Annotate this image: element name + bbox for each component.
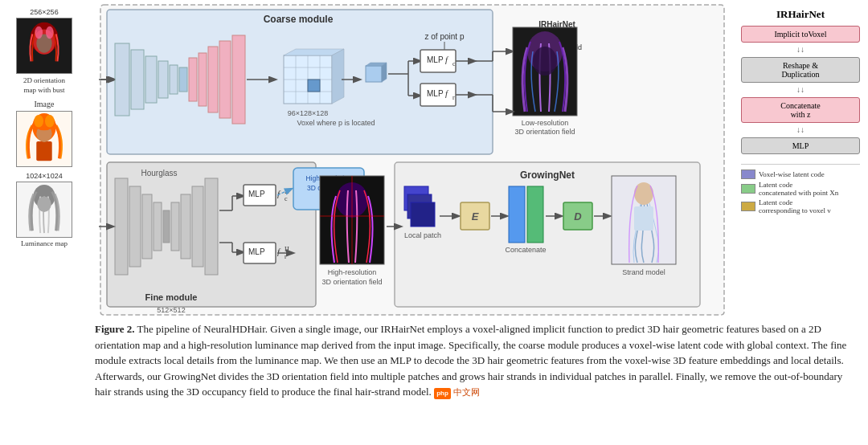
- input-image: Image: [16, 100, 72, 167]
- pipeline-implicit-voxel: Implicit toVoxel: [741, 26, 860, 43]
- connector-1: ↓↓: [741, 46, 860, 54]
- svg-text:Hourglass: Hourglass: [141, 169, 177, 178]
- svg-rect-84: [142, 194, 152, 259]
- svg-rect-24: [170, 65, 178, 94]
- size-1024-label: 1024×1024: [26, 172, 62, 180]
- svg-rect-28: [208, 47, 218, 112]
- diagram-area: Coarse module: [88, 3, 736, 316]
- svg-text:Concatenate: Concatenate: [505, 246, 546, 254]
- svg-text:H: H: [285, 246, 289, 253]
- svg-rect-22: [145, 56, 157, 103]
- svg-text:r: r: [285, 253, 287, 260]
- svg-rect-132: [527, 186, 543, 243]
- svg-rect-90: [205, 178, 218, 275]
- svg-point-12: [45, 115, 55, 128]
- svg-rect-88: [181, 194, 190, 259]
- svg-rect-85: [154, 202, 162, 251]
- svg-rect-23: [158, 61, 168, 98]
- svg-text:Coarse module: Coarse module: [264, 14, 334, 25]
- svg-rect-83: [129, 186, 141, 267]
- svg-rect-29: [219, 41, 231, 118]
- svg-rect-26: [189, 58, 197, 101]
- svg-text:GrowingNet: GrowingNet: [520, 169, 575, 181]
- connector-2: ↓↓: [741, 86, 860, 94]
- svg-text:Low-resolution: Low-resolution: [522, 119, 569, 127]
- svg-text:Local patch: Local patch: [404, 231, 441, 239]
- svg-text:c: c: [452, 60, 456, 67]
- svg-rect-86: [163, 210, 170, 243]
- legend-color-v: [741, 202, 755, 211]
- luminance-image: [16, 182, 72, 238]
- svg-text:E: E: [472, 210, 479, 222]
- label-2d-orientation: 2D orientation map with bust: [23, 76, 65, 95]
- cn-label: 中文网: [453, 387, 480, 397]
- image-label: Image: [35, 100, 55, 109]
- svg-rect-20: [115, 43, 129, 116]
- svg-text:High-resolution: High-resolution: [328, 268, 377, 276]
- svg-point-73: [533, 47, 557, 76]
- svg-marker-46: [382, 63, 387, 82]
- input-1024: 1024×1024 Luminance map: [16, 172, 72, 248]
- svg-rect-125: [411, 202, 435, 227]
- svg-text:MLP: MLP: [248, 190, 265, 198]
- size-256-label: 256×256: [30, 8, 58, 16]
- svg-text:Voxel where p is located: Voxel where p is located: [297, 119, 375, 127]
- svg-text:512×512: 512×512: [157, 306, 185, 314]
- pipeline-reshape-dup: Reshape & Duplication: [741, 57, 860, 83]
- svg-marker-40: [332, 49, 344, 104]
- svg-point-11: [34, 115, 43, 128]
- svg-rect-25: [179, 67, 187, 92]
- main-container: 256×256: [0, 0, 868, 445]
- svg-rect-140: [634, 206, 653, 231]
- svg-text:Strand model: Strand model: [622, 268, 665, 276]
- legend-voxel-latent: Voxel-wise latent code: [741, 169, 860, 179]
- svg-text:H: H: [285, 188, 289, 195]
- svg-rect-131: [509, 186, 525, 243]
- legend-latent-xn: Latent codeconcatenated with point Xn: [741, 181, 860, 197]
- legend-color-xn: [741, 184, 755, 194]
- pipeline-mlp: MLP: [741, 137, 860, 154]
- svg-text:c: c: [285, 195, 288, 202]
- svg-text:D: D: [574, 210, 582, 222]
- svg-rect-82: [115, 178, 128, 275]
- svg-rect-41: [308, 80, 320, 92]
- svg-text:Fine module: Fine module: [145, 292, 198, 302]
- svg-point-15: [37, 196, 51, 211]
- svg-rect-30: [232, 35, 245, 124]
- svg-text:MLP: MLP: [248, 247, 265, 256]
- svg-rect-27: [199, 53, 207, 106]
- input-256: 256×256: [16, 8, 72, 95]
- legend-color-voxel: [741, 169, 755, 179]
- orange-hair-image: [16, 111, 72, 167]
- caption-area: Figure 2. The pipeline of NeuralHDHair. …: [88, 316, 865, 405]
- svg-text:3D orientation field: 3D orientation field: [514, 128, 575, 136]
- luminance-label: Luminance map: [21, 239, 68, 248]
- svg-point-4: [35, 27, 43, 39]
- svg-rect-87: [171, 202, 179, 251]
- right-panel: IRHairNet Implicit toVoxel ↓↓ Reshape & …: [736, 3, 865, 316]
- connector-3: ↓↓: [741, 126, 860, 134]
- hair-bust-image: [16, 18, 72, 74]
- svg-text:MLP: MLP: [427, 89, 444, 98]
- svg-text:3D orientation field: 3D orientation field: [321, 278, 382, 286]
- svg-text:z of point p: z of point p: [425, 32, 465, 41]
- svg-text:96×128×128: 96×128×128: [288, 109, 329, 117]
- irhairnet-title: IRHairNet: [741, 8, 860, 21]
- pipeline-concat-z: Concatenate with z: [741, 97, 860, 123]
- figure-label: Figure 2.: [95, 323, 135, 335]
- svg-rect-21: [131, 50, 144, 109]
- legend-latent-v: Latent codecorresponding to voxel v: [741, 198, 860, 214]
- left-panel: 256×256: [0, 0, 88, 445]
- svg-text:MLP: MLP: [427, 55, 444, 64]
- php-badge: php: [434, 388, 451, 399]
- svg-rect-8: [36, 141, 51, 161]
- svg-rect-89: [192, 186, 203, 267]
- svg-text:r: r: [452, 94, 455, 101]
- svg-point-5: [46, 27, 54, 39]
- svg-rect-44: [366, 66, 382, 82]
